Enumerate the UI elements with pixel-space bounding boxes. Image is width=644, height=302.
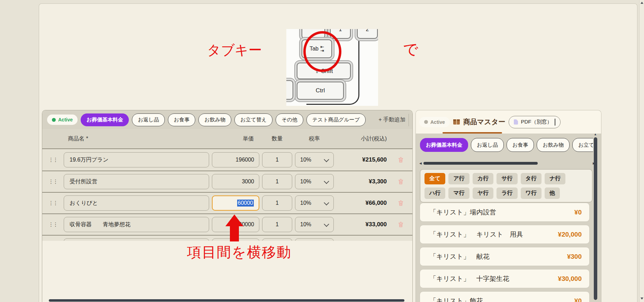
quantity-input[interactable]: [262, 238, 292, 241]
unit-price-input[interactable]: [212, 174, 259, 189]
kana-filter-other[interactable]: 他: [545, 187, 560, 199]
order-items-panel: Active お葬儀基本料金 お返し品 お食事 お飲み物 お立て替え その他 テ…: [42, 110, 413, 302]
row-subtotal: ¥3,300: [337, 178, 388, 185]
unit-price-input-focused[interactable]: 60000: [212, 195, 259, 211]
kana-filter-ka[interactable]: カ行: [473, 173, 493, 184]
quantity-input[interactable]: [262, 152, 292, 167]
tax-rate-value: 10%: [300, 200, 311, 206]
horizontal-scrollbar-thumb[interactable]: [49, 299, 404, 302]
category-drinks[interactable]: お飲み物: [537, 138, 570, 152]
product-list-item[interactable]: 「キリスト」 十字架生花 ¥30,000: [420, 269, 590, 288]
product-list-item[interactable]: 「キリスト」 キリスト 用具 ¥20,000: [420, 225, 590, 244]
product-name-input[interactable]: [64, 152, 209, 167]
kana-filter-a[interactable]: ア行: [448, 173, 469, 184]
column-tax-rate: 税率: [295, 135, 334, 143]
ctrl-key: Ctrl: [297, 82, 344, 100]
trash-icon[interactable]: [398, 156, 404, 163]
scroll-up-icon[interactable]: [641, 2, 643, 4]
product-list: 「キリスト」場内設営 ¥0 「キリスト」 キリスト 用具 ¥20,000 「キリ…: [420, 203, 590, 302]
tax-rate-select[interactable]: 10%: [295, 195, 334, 211]
product-name-input[interactable]: [64, 174, 209, 189]
tab-drinks[interactable]: お飲み物: [198, 113, 231, 126]
category-funeral-base-fee[interactable]: お葬儀基本料金: [420, 138, 468, 152]
unit-price-input[interactable]: [212, 152, 259, 167]
kana-filter-ta[interactable]: タ行: [521, 173, 542, 184]
panel-vertical-scrollbar[interactable]: ▲: [594, 132, 597, 302]
status-label: Active: [430, 119, 445, 125]
category-meals[interactable]: お食事: [507, 138, 534, 152]
product-name-input[interactable]: [64, 195, 209, 211]
kana-filter-all[interactable]: 全て: [424, 173, 445, 184]
tax-rate-select[interactable]: [295, 238, 334, 241]
kana-filter-ra[interactable]: ラ行: [497, 187, 517, 199]
tax-rate-select[interactable]: 10%: [295, 174, 334, 189]
drag-handle-icon[interactable]: ⋮⋮: [48, 201, 61, 205]
product-name: 「キリスト」 献花: [430, 252, 490, 261]
product-list-item[interactable]: 「キリスト」飾花 ¥0: [420, 291, 590, 302]
category-advance-payment[interactable]: お立て替え: [572, 138, 593, 152]
pdf-window-button[interactable]: PDF（別窓）: [509, 116, 561, 128]
row-subtotal: ¥33,000: [337, 221, 388, 228]
page-scrollbar[interactable]: [639, 0, 644, 302]
tab-advance-payment[interactable]: お立て替え: [234, 113, 272, 126]
product-name: 「キリスト」 十字架生花: [430, 274, 509, 283]
drag-handle-icon[interactable]: ⋮⋮: [48, 158, 61, 162]
status-badge: Active: [419, 117, 450, 127]
scroll-up-icon[interactable]: ▲: [594, 132, 597, 136]
package-icon: [453, 119, 460, 125]
product-name: 「キリスト」 キリスト 用具: [430, 230, 523, 239]
scroll-left-icon[interactable]: ◀: [419, 162, 422, 165]
manual-add-button[interactable]: + 手動追加: [376, 116, 408, 124]
kana-filter-na[interactable]: ナ行: [545, 173, 565, 184]
product-name-input[interactable]: [64, 238, 209, 241]
category-horizontal-scrollbar[interactable]: ◀ ▶: [419, 162, 595, 165]
kana-filter-sa[interactable]: サ行: [497, 173, 517, 184]
product-master-title: 商品マスター: [463, 117, 505, 127]
quantity-input[interactable]: [262, 217, 292, 232]
drag-handle-icon[interactable]: ⋮⋮: [48, 180, 61, 183]
scroll-down-icon[interactable]: [641, 298, 643, 300]
tax-rate-select[interactable]: 10%: [295, 217, 334, 232]
two-key: 2: [357, 29, 378, 39]
product-master-panel: Active 商品マスター PDF（別窓） お葬儀基本料金 お返し品 お食事 お…: [415, 110, 601, 302]
product-price: ¥0: [574, 209, 582, 216]
tab-meals[interactable]: お食事: [168, 113, 195, 126]
trash-icon[interactable]: [398, 200, 404, 207]
tab-other[interactable]: その他: [276, 113, 303, 126]
category-tab-strip: お葬儀基本料金 お返し品 お食事 お飲み物 お立て替え その他: [420, 138, 593, 152]
product-list-item[interactable]: 「キリスト」場内設営 ¥0: [420, 203, 590, 222]
drag-handle-icon[interactable]: ⋮⋮: [48, 223, 61, 226]
kana-filter-wa[interactable]: ワ行: [521, 187, 542, 199]
product-master-header: Active 商品マスター PDF（別窓）: [416, 110, 601, 134]
column-unit-price: 単価: [212, 135, 259, 143]
document-icon: [514, 119, 518, 125]
tax-rate-value: 10%: [300, 157, 311, 163]
row-subtotal: ¥66,000: [337, 200, 388, 207]
tax-rate-select[interactable]: 10%: [295, 152, 334, 167]
tab-test-product-group[interactable]: テスト商品グループ: [306, 113, 366, 126]
red-arrow-icon: [225, 214, 243, 226]
kana-filter-ma[interactable]: マ行: [448, 187, 469, 199]
horizontal-scrollbar-thumb[interactable]: [423, 162, 538, 165]
kana-filter-ha[interactable]: ハ行: [424, 187, 445, 199]
quantity-input[interactable]: [262, 174, 292, 189]
tab-return-gifts[interactable]: お返し品: [132, 113, 165, 126]
page: ` 1 2 Tab ⇤⇥ ⇧ Shift Ctrl タブキー で 項目間を横移動…: [0, 0, 644, 302]
column-product-name: 商品名 *: [64, 135, 209, 143]
trash-icon[interactable]: [398, 221, 404, 228]
quantity-input[interactable]: [262, 195, 292, 211]
product-list-item[interactable]: 「キリスト」 献花 ¥300: [420, 247, 590, 266]
table-row-partial: ⋮⋮: [42, 235, 412, 241]
kana-filter-box: 全て ア行 カ行 サ行 タ行 ナ行 ハ行 マ行 ヤ行 ラ行 ワ行 他: [420, 169, 592, 202]
vertical-scrollbar-thumb[interactable]: [594, 137, 597, 300]
active-tab-underline: [442, 132, 502, 134]
product-name-input[interactable]: [64, 217, 209, 232]
red-arrow-shaft: [230, 225, 239, 241]
chevron-down-icon: [324, 221, 329, 227]
tab-funeral-base-fee[interactable]: お葬儀基本料金: [81, 113, 129, 126]
kana-filter-ya[interactable]: ヤ行: [473, 187, 493, 199]
category-return-gifts[interactable]: お返し品: [471, 138, 504, 152]
trash-icon[interactable]: [398, 178, 404, 185]
selected-text: 60000: [237, 200, 254, 207]
column-subtotal: 小計(税込): [337, 135, 388, 143]
